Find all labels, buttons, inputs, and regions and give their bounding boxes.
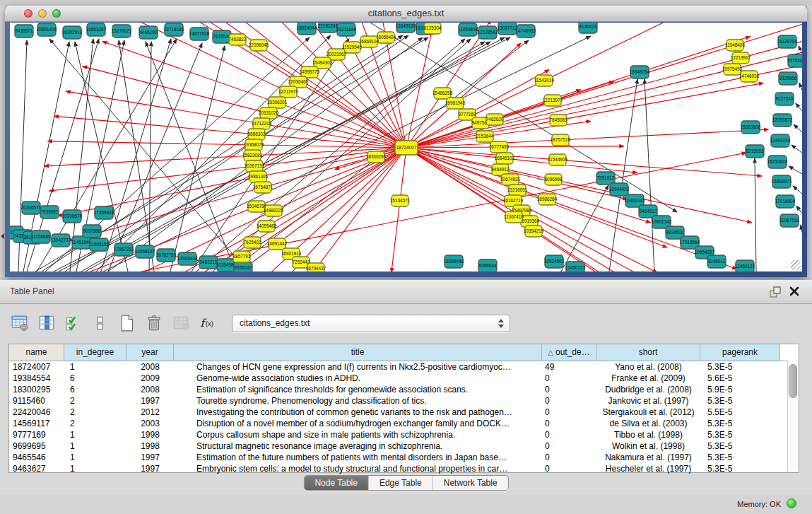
row-height-button[interactable] — [88, 311, 113, 335]
network-node[interactable]: 15134571 — [390, 195, 411, 206]
network-node[interactable]: 16302913 — [62, 26, 83, 39]
network-node[interactable]: 9097588 — [83, 225, 101, 238]
table-row[interactable]: 1456911722003Disruption of a novel membe… — [9, 418, 799, 429]
network-node[interactable]: 14712218 — [252, 118, 272, 129]
network-node[interactable]: 10354219 — [524, 226, 544, 237]
network-node[interactable]: 12213977 — [543, 95, 563, 106]
network-node[interactable]: 10944422 — [609, 183, 630, 196]
close-panel-icon[interactable] — [788, 285, 801, 298]
network-node[interactable]: 16794437 — [306, 263, 326, 271]
network-node[interactable]: 13037712 — [498, 23, 518, 35]
network-node[interactable]: 7845083 — [550, 115, 567, 126]
network-node[interactable]: 20691406 — [37, 23, 57, 36]
table-row[interactable]: 946362711997Embryonic stem cells: a mode… — [9, 463, 799, 474]
column-header-title[interactable]: title — [174, 344, 542, 361]
network-node[interactable]: 14982225 — [264, 205, 284, 216]
delete-trash-button[interactable] — [141, 311, 167, 335]
network-node[interactable]: 9329966 — [779, 72, 797, 85]
network-node[interactable]: 22096045 — [249, 40, 269, 51]
network-node[interactable]: 16649100 — [396, 23, 416, 33]
vertical-scrollbar[interactable] — [787, 361, 799, 472]
network-node[interactable]: 22151246 — [318, 23, 339, 33]
network-node[interactable]: 15953806 — [741, 121, 761, 134]
network-node[interactable]: 9857791 — [233, 251, 251, 262]
network-node[interactable]: 14746933 — [516, 25, 536, 37]
network-node[interactable]: 12211970 — [278, 86, 298, 98]
network-node[interactable]: 14691442 — [267, 238, 288, 250]
network-node[interactable]: 7535051 — [40, 206, 59, 218]
network-node[interactable]: 11067533 — [779, 214, 799, 227]
network-node[interactable]: 10653287 — [86, 23, 107, 36]
network-node[interactable]: 21211646 — [336, 23, 356, 36]
network-node[interactable]: 16986284 — [537, 194, 558, 205]
network-node[interactable]: 14671938 — [189, 28, 210, 40]
network-node[interactable]: 8125304 — [424, 23, 442, 34]
network-node[interactable]: 9435571 — [15, 25, 33, 37]
network-node[interactable]: 6466160 — [139, 26, 158, 39]
column-visibility-button[interactable] — [34, 311, 59, 335]
network-node[interactable]: 18724007 — [395, 141, 418, 155]
network-node[interactable]: 11543019 — [534, 75, 554, 86]
network-node[interactable]: 15276021 — [112, 25, 132, 37]
network-node[interactable]: 12128542 — [478, 26, 498, 39]
network-node[interactable]: 20531020 — [259, 107, 279, 119]
network-node[interactable]: 16782759 — [156, 249, 177, 262]
network-node[interactable]: 2153644 — [476, 131, 494, 142]
network-node[interactable]: 9227343 — [775, 93, 794, 105]
network-node[interactable]: 16869104 — [359, 36, 379, 47]
table-row[interactable]: 946554611997Estimation of the future num… — [9, 452, 799, 463]
network-node[interactable]: 15823081 — [242, 150, 263, 161]
network-canvas[interactable]: 9435571206914061630291310653287152760216… — [10, 23, 802, 271]
network-node[interactable]: 15692971 — [772, 175, 792, 188]
table-row[interactable]: 977716911998Corpus callosum shape and si… — [9, 429, 799, 440]
table-row[interactable]: 2242004622012Investigating the contribut… — [9, 407, 799, 418]
table-row[interactable]: 1872400712008Changes of HCN gene express… — [9, 361, 799, 373]
float-panel-icon[interactable] — [768, 285, 782, 299]
network-node[interactable]: 8096998 — [545, 174, 563, 185]
network-node[interactable]: 11054808 — [458, 23, 478, 36]
network-node[interactable]: 9463215 — [199, 256, 218, 269]
network-node[interactable]: 9356042 — [234, 262, 252, 271]
network-node[interactable]: 7625402 — [244, 237, 261, 248]
network-node[interactable]: 12444154 — [770, 134, 791, 147]
network-node[interactable]: 18306201 — [267, 97, 288, 108]
network-node[interactable]: 9356044 — [478, 259, 497, 271]
network-node[interactable]: 7591912 — [596, 172, 615, 185]
network-node[interactable]: 17359928 — [94, 206, 114, 219]
network-node[interactable]: 19368078 — [244, 139, 264, 151]
network-node[interactable]: 7462620 — [486, 114, 504, 125]
column-header-name[interactable]: name — [9, 344, 64, 361]
tab-node-table[interactable]: Node Table — [304, 476, 368, 490]
network-node[interactable]: 10719185 — [164, 23, 184, 36]
network-node[interactable]: 8130474 — [579, 23, 597, 33]
network-node[interactable]: 11548408 — [725, 40, 745, 51]
network-node[interactable]: 19861305 — [248, 171, 269, 182]
table-row[interactable]: 1830029562008Estimation of significance … — [9, 384, 799, 395]
network-node[interactable]: 17016504 — [775, 195, 796, 208]
network-node[interactable]: 13216051 — [507, 185, 528, 196]
tab-edge-table[interactable]: Edge Table — [368, 476, 433, 490]
column-header-in_degree[interactable]: in_degree — [64, 344, 126, 361]
network-node[interactable]: 16210643 — [767, 156, 788, 168]
network-node[interactable]: 17957253 — [114, 243, 134, 256]
column-header-year[interactable]: year — [126, 344, 174, 361]
network-node[interactable]: 14746936 — [739, 71, 760, 82]
table-row[interactable]: 969969511998Structural magnetic resonanc… — [9, 440, 799, 452]
column-header-short[interactable]: short — [596, 344, 700, 361]
network-node[interactable]: 12093872 — [772, 114, 793, 127]
table-row[interactable]: 1938455462009Genome-wide association stu… — [9, 373, 799, 384]
network-node[interactable]: 20306575 — [21, 201, 42, 214]
column-header-pagerank[interactable]: pagerank — [700, 344, 780, 361]
window-titlebar[interactable]: citations_edges.txt — [5, 6, 807, 22]
network-node[interactable]: 9886302 — [248, 129, 266, 140]
network-node[interactable]: 12505185 — [89, 238, 110, 251]
network-node[interactable]: 16754871 — [253, 182, 273, 193]
network-node[interactable]: 16777459 — [489, 141, 510, 153]
network-node[interactable]: 14099488 — [257, 221, 277, 232]
network-node[interactable]: 13942737 — [51, 234, 71, 247]
network-node[interactable]: 9245012 — [707, 255, 726, 268]
network-node[interactable]: 11156860 — [31, 230, 51, 243]
new-column-button[interactable] — [114, 311, 140, 335]
network-node[interactable]: 11129754 — [777, 35, 797, 48]
import-table-disabled-button[interactable] — [168, 311, 194, 335]
